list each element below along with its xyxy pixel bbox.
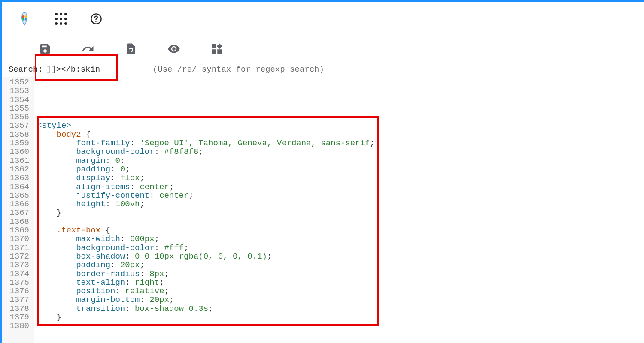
line-number: 1362 [2,165,29,174]
line-number: 1366 [2,200,29,208]
help-icon[interactable] [90,13,102,25]
line-number: 1374 [2,270,29,278]
code-editor: 1352135313541355135613571358135913601361… [2,77,644,343]
svg-point-0 [22,15,24,18]
line-number: 1370 [2,235,29,243]
line-number: 1369 [2,226,29,235]
code-line: height: 100vh; [37,200,644,208]
line-number: 1377 [2,295,29,304]
line-number: 1365 [2,191,29,200]
revert-button[interactable] [125,42,137,55]
save-button[interactable] [39,42,52,55]
search-hint: (Use /re/ syntax for regexp search) [153,65,324,74]
code-line: border-radius: 8px; [37,270,644,278]
line-number: 1379 [2,313,29,322]
svg-point-5 [95,21,97,22]
redo-button[interactable] [82,42,94,55]
line-number: 1354 [2,96,29,104]
line-number: 1359 [2,139,29,147]
code-line: <style> [37,121,644,130]
svg-point-3 [25,18,27,20]
code-line: margin: 0; [37,156,644,165]
line-number: 1364 [2,183,29,191]
code-line [37,78,644,87]
line-number: 1356 [2,113,29,121]
line-number: 1367 [2,208,29,217]
code-line: box-shadow: 0 0 10px rgba(0, 0, 0, 0.1); [37,252,644,261]
line-number: 1360 [2,147,29,156]
code-line [37,104,644,113]
line-number: 1368 [2,217,29,226]
code-line: background-color: #fff; [37,244,644,252]
apps-menu-icon[interactable] [55,13,67,25]
code-line: max-width: 600px; [37,235,644,243]
line-number: 1363 [2,174,29,182]
line-number: 1372 [2,252,29,261]
code-line: .text-box { [37,226,644,235]
code-line [37,87,644,95]
code-line: margin-bottom: 20px; [37,295,644,304]
code-line [37,96,644,104]
code-line [37,322,644,330]
editor-toolbar [2,36,644,62]
code-line: background-color: #f8f8f8; [37,147,644,156]
line-number: 1357 [2,121,29,130]
code-line: transition: box-shadow 0.3s; [37,304,644,313]
line-number: 1378 [2,304,29,313]
code-line: text-align: right; [37,278,644,287]
line-number: 1375 [2,278,29,287]
code-line: padding: 20px; [37,261,644,269]
code-line: } [37,313,644,322]
code-line [37,217,644,226]
code-line: } [37,208,644,217]
line-number: 1361 [2,156,29,165]
code-line: justify-content: center; [37,191,644,200]
line-number: 1352 [2,78,29,87]
line-number: 1371 [2,244,29,252]
blogger-logo-icon[interactable] [17,12,32,26]
preview-button[interactable] [167,42,180,55]
svg-rect-8 [217,49,222,54]
line-number: 1373 [2,261,29,269]
svg-rect-7 [212,49,216,54]
svg-rect-6 [212,44,216,48]
line-number: 1380 [2,322,29,330]
search-input[interactable] [46,64,123,75]
code-area[interactable]: <style> body2 { font-family: 'Segoe UI',… [34,77,644,343]
app-header [2,2,644,36]
code-line: position: relative; [37,287,644,295]
code-line: padding: 0; [37,165,644,174]
code-line: font-family: 'Segoe UI', Tahoma, Geneva,… [37,139,644,147]
svg-point-2 [22,18,24,20]
search-bar: Search: (Use /re/ syntax for regexp sear… [2,62,644,77]
svg-point-1 [25,15,27,18]
line-number: 1353 [2,87,29,95]
line-number: 1355 [2,104,29,113]
code-line: display: flex; [37,174,644,182]
line-number: 1358 [2,130,29,139]
code-line [37,113,644,121]
line-number: 1376 [2,287,29,295]
widgets-button[interactable] [210,42,223,55]
code-line: align-items: center; [37,183,644,191]
line-number-gutter: 1352135313541355135613571358135913601361… [2,77,34,343]
code-line: body2 { [37,130,644,139]
search-label: Search: [9,65,43,74]
